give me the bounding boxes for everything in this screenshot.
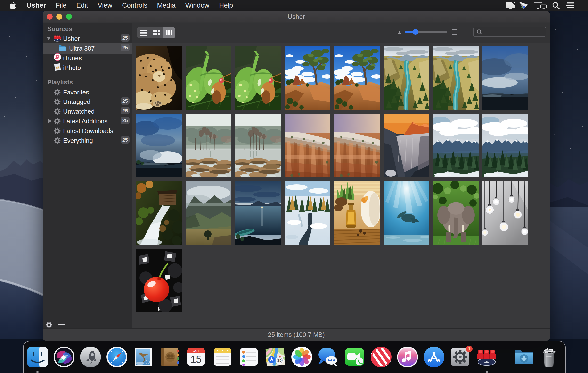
svg-text:3D: 3D [278,359,282,362]
svg-text:OCT: OCT [193,349,200,353]
svg-text:15: 15 [190,354,202,365]
